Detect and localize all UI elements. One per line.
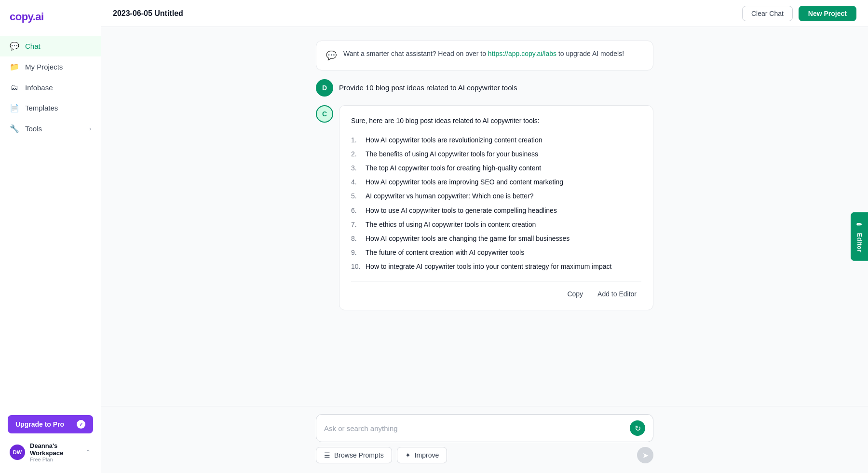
- input-area: ↻ ☰ Browse Prompts ✦ Improve ➤: [101, 406, 868, 473]
- labs-link[interactable]: https://app.copy.ai/labs: [488, 50, 556, 57]
- sidebar-bottom: Upgrade to Pro ✓ DW Deanna's Workspace F…: [0, 407, 101, 473]
- browse-prompts-icon: ☰: [324, 451, 330, 459]
- list-item: 3.The top AI copywriter tools for creati…: [351, 161, 641, 175]
- user-message-row: D Provide 10 blog post ideas related to …: [316, 79, 653, 97]
- folder-icon: 📁: [10, 62, 19, 71]
- chevron-right-icon: ›: [89, 125, 91, 132]
- list-item-number: 6.: [351, 205, 362, 216]
- infobase-icon: 🗂: [10, 83, 19, 92]
- avatar: DW: [10, 445, 25, 460]
- list-item-number: 8.: [351, 233, 362, 244]
- workspace-row[interactable]: DW Deanna's Workspace Free Plan ⌃: [8, 439, 93, 465]
- main: 2023-06-05 Untitled Clear Chat New Proje…: [101, 0, 868, 473]
- list-item: 1.How AI copywriter tools are revolution…: [351, 133, 641, 147]
- system-banner: 💬 Want a smarter chat assistant? Head on…: [316, 41, 653, 70]
- user-message-text: Provide 10 blog post ideas related to AI…: [339, 79, 517, 94]
- logo: copy.ai: [10, 11, 44, 23]
- sidebar-item-infobase-label: Infobase: [25, 83, 53, 92]
- improve-button[interactable]: ✦ Improve: [397, 447, 448, 463]
- new-project-button[interactable]: New Project: [799, 6, 856, 21]
- ai-response-row: C Sure, here are 10 blog post ideas rela…: [316, 105, 653, 310]
- workspace-info: Deanna's Workspace Free Plan: [30, 442, 81, 462]
- tools-icon: 🔧: [10, 124, 19, 133]
- sidebar-item-templates-label: Templates: [25, 104, 58, 112]
- list-item-text: How to use AI copywriter tools to genera…: [366, 205, 557, 216]
- refresh-icon-button[interactable]: ↻: [630, 420, 645, 436]
- header-actions: Clear Chat New Project: [742, 6, 856, 21]
- list-item-number: 9.: [351, 247, 362, 258]
- user-avatar: D: [316, 79, 333, 97]
- header: 2023-06-05 Untitled Clear Chat New Proje…: [101, 0, 868, 27]
- sidebar-item-my-projects-label: My Projects: [25, 63, 63, 71]
- list-item-number: 4.: [351, 177, 362, 188]
- sidebar-item-tools[interactable]: 🔧 Tools ›: [0, 118, 101, 139]
- sidebar-item-tools-label: Tools: [25, 125, 42, 133]
- sidebar-item-chat-label: Chat: [25, 42, 41, 50]
- ai-response-bubble: Sure, here are 10 blog post ideas relate…: [339, 105, 653, 310]
- list-item: 9.The future of content creation with AI…: [351, 246, 641, 260]
- list-item: 5.AI copywriter vs human copywriter: Whi…: [351, 189, 641, 203]
- search-input[interactable]: [324, 424, 625, 432]
- list-item: 7.The ethics of using AI copywriter tool…: [351, 218, 641, 232]
- list-item: 6.How to use AI copywriter tools to gene…: [351, 204, 641, 218]
- list-item-text: How AI copywriter tools are changing the…: [366, 233, 570, 244]
- ai-actions: Copy Add to Editor: [351, 281, 641, 300]
- ai-intro: Sure, here are 10 blog post ideas relate…: [351, 115, 641, 126]
- send-button[interactable]: ➤: [637, 447, 653, 463]
- logo-area: copy.ai: [0, 0, 101, 32]
- chat-icon: 💬: [10, 42, 19, 51]
- browse-prompts-label: Browse Prompts: [334, 451, 384, 459]
- chat-area: 💬 Want a smarter chat assistant? Head on…: [101, 27, 868, 406]
- editor-tab-label: Editor: [856, 233, 863, 252]
- list-item-text: How AI copywriter tools are improving SE…: [366, 177, 563, 188]
- list-item-text: The top AI copywriter tools for creating…: [366, 163, 541, 174]
- list-item-text: The benefits of using AI copywriter tool…: [366, 149, 538, 160]
- list-item: 2.The benefits of using AI copywriter to…: [351, 147, 641, 161]
- list-item-text: AI copywriter vs human copywriter: Which…: [366, 191, 534, 202]
- workspace-plan: Free Plan: [30, 457, 81, 462]
- templates-icon: 📄: [10, 103, 19, 112]
- system-banner-text: Want a smarter chat assistant? Head on o…: [343, 49, 624, 59]
- sidebar-item-my-projects[interactable]: 📁 My Projects: [0, 56, 101, 77]
- upgrade-label: Upgrade to Pro: [15, 420, 64, 428]
- improve-label: Improve: [415, 451, 439, 459]
- chevron-down-icon: ⌃: [85, 448, 91, 456]
- add-to-editor-button[interactable]: Add to Editor: [593, 288, 641, 300]
- copy-button[interactable]: Copy: [562, 288, 588, 300]
- list-item-text: The ethics of using AI copywriter tools …: [366, 219, 536, 230]
- workspace-name: Deanna's Workspace: [30, 442, 81, 457]
- list-item-text: How AI copywriter tools are revolutioniz…: [366, 135, 542, 146]
- nav-items: 💬 Chat 📁 My Projects 🗂 Infobase 📄 Templa…: [0, 32, 101, 407]
- chat-container: 💬 Want a smarter chat assistant? Head on…: [316, 41, 653, 310]
- list-item-number: 7.: [351, 219, 362, 230]
- browse-prompts-button[interactable]: ☰ Browse Prompts: [316, 447, 392, 463]
- project-title: 2023-06-05 Untitled: [113, 9, 183, 18]
- list-item-text: The future of content creation with AI c…: [366, 247, 524, 258]
- input-buttons-row: ☰ Browse Prompts ✦ Improve ➤: [316, 447, 653, 463]
- sidebar-item-infobase[interactable]: 🗂 Infobase: [0, 77, 101, 97]
- list-item-text: How to integrate AI copywriter tools int…: [366, 261, 611, 272]
- clear-chat-button[interactable]: Clear Chat: [742, 6, 793, 21]
- list-item: 8.How AI copywriter tools are changing t…: [351, 232, 641, 246]
- sidebar-item-templates[interactable]: 📄 Templates: [0, 97, 101, 118]
- editor-tab-icon: ✏: [855, 221, 863, 229]
- list-item-number: 2.: [351, 149, 362, 160]
- check-icon: ✓: [77, 420, 85, 429]
- ai-avatar: C: [316, 105, 333, 123]
- sidebar-item-chat[interactable]: 💬 Chat: [0, 36, 101, 56]
- list-item: 4.How AI copywriter tools are improving …: [351, 175, 641, 189]
- message-icon: 💬: [326, 49, 337, 62]
- upgrade-to-pro-button[interactable]: Upgrade to Pro ✓: [8, 415, 93, 433]
- list-item-number: 3.: [351, 163, 362, 174]
- editor-tab[interactable]: ✏ Editor: [851, 212, 868, 261]
- list-item-number: 1.: [351, 135, 362, 146]
- send-icon: ➤: [642, 451, 649, 460]
- list-item: 10.How to integrate AI copywriter tools …: [351, 260, 641, 274]
- input-box-wrapper: ↻: [316, 414, 653, 442]
- sidebar: copy.ai 💬 Chat 📁 My Projects 🗂 Infobase …: [0, 0, 101, 473]
- sparkle-icon: ✦: [405, 451, 411, 459]
- list-item-number: 5.: [351, 191, 362, 202]
- list-item-number: 10.: [351, 261, 362, 272]
- ai-list: 1.How AI copywriter tools are revolution…: [351, 133, 641, 274]
